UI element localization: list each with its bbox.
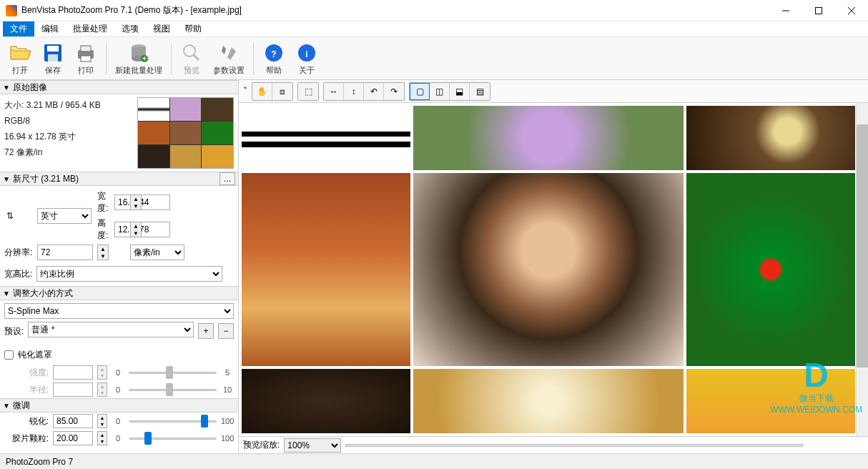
- grain-input[interactable]: [53, 431, 93, 445]
- grain-slider[interactable]: [129, 431, 217, 445]
- original-section-header[interactable]: ▼原始图像: [0, 80, 238, 94]
- menu-batch[interactable]: 批量处理: [66, 21, 114, 36]
- grain-spinner[interactable]: ▲▼: [97, 431, 107, 445]
- preview-canvas[interactable]: D 微当下载 WWW.WEIDOWN.COM: [239, 103, 868, 436]
- newsize-section-header[interactable]: ▼新尺寸 (3.21 MB) …: [0, 172, 238, 186]
- menu-options[interactable]: 选项: [114, 21, 146, 36]
- res-label: 分辨率:: [4, 247, 34, 259]
- save-button[interactable]: 保存: [37, 39, 69, 79]
- layout-split-h[interactable]: ◫: [430, 83, 450, 100]
- marquee-icon: ⧈: [280, 87, 285, 97]
- menu-help[interactable]: 帮助: [177, 21, 209, 36]
- unsharp-checkbox[interactable]: [4, 350, 14, 360]
- zoom-select[interactable]: 100%: [284, 438, 341, 453]
- finetune-section-header[interactable]: ▼微调: [0, 398, 238, 413]
- rotate-cw[interactable]: ↷: [384, 83, 404, 100]
- preview-area: ◂ ✋ ⧈ ⬚ ↔ ↕ ↶ ↷ ▢ ◫ ⬓ ▤: [239, 80, 868, 453]
- main-toolbar: 打开 保存 打印 +新建批量处理 预览 参数设置 ?帮助 i关于: [0, 37, 868, 80]
- layout-split-v[interactable]: ⬓: [450, 83, 470, 100]
- preset-select[interactable]: 普通 *: [28, 322, 194, 337]
- svg-text:?: ?: [271, 49, 276, 59]
- original-mode: RGB/8: [4, 113, 137, 129]
- collapse-icon: ▼: [3, 402, 10, 410]
- original-size: 大小: 3.21 MB / 965.4 KB: [4, 97, 137, 113]
- svg-rect-9: [81, 56, 91, 61]
- height-label: 高度:: [97, 217, 112, 242]
- intensity-slider[interactable]: [129, 365, 217, 380]
- res-unit-select[interactable]: 像素/in: [130, 245, 184, 260]
- minimize-button[interactable]: [769, 0, 802, 21]
- intensity-input[interactable]: [53, 365, 93, 380]
- sharp-spinner[interactable]: ▲▼: [97, 414, 107, 428]
- width-input[interactable]: [114, 194, 170, 210]
- status-bar: PhotoZoom Pro 7: [0, 453, 868, 469]
- intensity-spinner[interactable]: ▲▼: [97, 365, 107, 380]
- radius-spinner[interactable]: ▲▼: [97, 382, 107, 397]
- layout-single-icon: ▢: [416, 87, 424, 97]
- status-text: PhotoZoom Pro 7: [6, 457, 73, 467]
- layout-quad[interactable]: ▤: [470, 83, 490, 100]
- help-icon: ?: [262, 41, 285, 64]
- layout-single[interactable]: ▢: [410, 83, 430, 100]
- view-toolbar: ◂ ✋ ⧈ ⬚ ↔ ↕ ↶ ↷ ▢ ◫ ⬓ ▤: [239, 80, 868, 103]
- rotate-ccw-icon: ↶: [370, 87, 378, 97]
- width-spinner[interactable]: ▲▼: [130, 194, 142, 210]
- collapse-icon: ▼: [3, 175, 10, 183]
- finetune-section-title: 微调: [13, 400, 30, 412]
- resize-section-header[interactable]: ▼调整大小的方式: [0, 286, 238, 300]
- preview-scrollbar[interactable]: [856, 103, 868, 436]
- left-panel: ▼原始图像 大小: 3.21 MB / 965.4 KB RGB/8 16.94…: [0, 80, 239, 453]
- original-dims: 16.94 x 12.78 英寸: [4, 129, 137, 144]
- res-spinner[interactable]: ▲▼: [97, 245, 109, 260]
- zoom-slider[interactable]: [345, 444, 803, 447]
- radius-slider[interactable]: [129, 382, 217, 397]
- hand-icon: ✋: [257, 87, 267, 97]
- crop-tool[interactable]: ⬚: [298, 83, 318, 100]
- preset-add-button[interactable]: +: [198, 323, 214, 339]
- radius-label: 半径:: [4, 384, 49, 396]
- folder-open-icon: [9, 41, 31, 64]
- preview-button[interactable]: 预览: [176, 39, 207, 79]
- rotate-ccw[interactable]: ↶: [364, 83, 384, 100]
- layout-quad-icon: ▤: [476, 87, 484, 97]
- sharp-slider[interactable]: [129, 414, 217, 428]
- about-button[interactable]: i关于: [291, 39, 322, 79]
- sharp-input[interactable]: [53, 414, 93, 428]
- original-section-title: 原始图像: [13, 82, 47, 94]
- original-thumbnail: [137, 97, 234, 169]
- radius-input[interactable]: [53, 382, 93, 397]
- algorithm-select[interactable]: S-Spline Max: [4, 303, 234, 319]
- database-icon: +: [127, 41, 150, 64]
- width-label: 宽度:: [97, 190, 112, 214]
- flip-v[interactable]: ↕: [344, 83, 364, 100]
- menu-view[interactable]: 视图: [146, 21, 177, 36]
- arrow-ud-icon: ↕: [352, 87, 356, 97]
- params-button[interactable]: 参数设置: [209, 39, 249, 79]
- preset-label: 预设:: [4, 325, 24, 337]
- height-input[interactable]: [114, 222, 170, 237]
- resize-section-title: 调整大小的方式: [13, 287, 73, 300]
- floppy-icon: [41, 41, 64, 64]
- more-button[interactable]: …: [220, 172, 235, 185]
- flip-h[interactable]: ↔: [324, 83, 344, 100]
- marquee-tool[interactable]: ⧈: [272, 83, 292, 100]
- res-input[interactable]: [37, 245, 93, 260]
- new-batch-button[interactable]: +新建批量处理: [111, 39, 167, 79]
- grain-label: 胶片颗粒:: [4, 433, 49, 445]
- menu-file[interactable]: 文件: [3, 21, 34, 36]
- preset-remove-button[interactable]: −: [218, 323, 234, 339]
- svg-line-16: [194, 55, 199, 60]
- close-button[interactable]: [835, 0, 868, 21]
- hand-tool[interactable]: ✋: [252, 83, 272, 100]
- maximize-button[interactable]: [802, 0, 835, 21]
- height-spinner[interactable]: ▲▼: [130, 222, 142, 237]
- link-icon[interactable]: ⇅: [4, 211, 16, 221]
- dim-unit-select[interactable]: 英寸: [37, 208, 92, 224]
- menu-edit[interactable]: 编辑: [34, 21, 66, 36]
- help-button[interactable]: ?帮助: [258, 39, 290, 79]
- open-button[interactable]: 打开: [4, 39, 36, 79]
- print-button[interactable]: 打印: [70, 39, 102, 79]
- aspect-select[interactable]: 约束比例: [36, 266, 222, 282]
- layout-splith-icon: ◫: [435, 87, 443, 97]
- svg-rect-8: [81, 46, 91, 51]
